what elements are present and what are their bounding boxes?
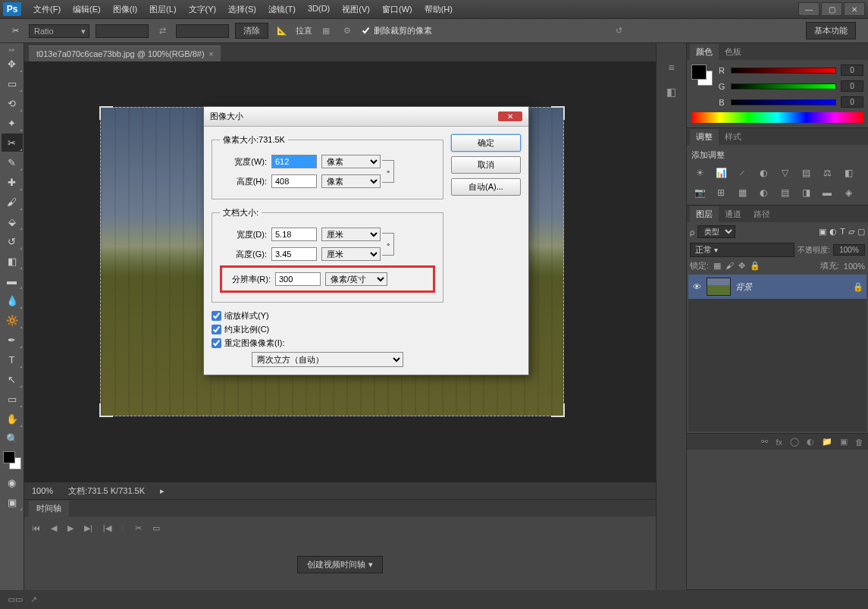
gear-icon[interactable]: ⚙ [340,24,355,39]
swatches-tab[interactable]: 色板 [719,44,747,60]
clear-button[interactable]: 清除 [235,23,268,39]
color-tab[interactable]: 颜色 [690,44,719,60]
adjustments-tab[interactable]: 调整 [690,129,719,145]
ratio-dropdown[interactable]: Ratio [29,24,89,38]
lock-pos-icon[interactable]: ✥ [738,261,745,271]
constrain-checkbox[interactable]: 约束比例(C) [212,324,443,335]
screen-mode[interactable]: ▣ [2,493,23,511]
px-height-input[interactable] [271,174,317,188]
menu-edit[interactable]: 编辑(E) [67,1,107,18]
crop-height-input[interactable] [176,24,229,38]
filter-shape-icon[interactable]: ▱ [848,227,854,237]
menu-window[interactable]: 窗口(W) [376,1,418,18]
fill-value[interactable]: 100% [844,262,865,271]
gradient-tool[interactable]: ▬ [2,272,23,290]
visibility-icon[interactable]: 👁 [691,282,702,291]
auto-button[interactable]: 自动(A)... [451,178,521,196]
close-button[interactable]: ✕ [844,2,865,16]
tab-close-icon[interactable]: × [209,50,214,58]
gradient-map-icon[interactable]: ▬ [819,185,835,200]
doc-link-icon[interactable]: ⚬ [382,233,394,256]
marquee-tool[interactable]: ▭ [2,74,23,93]
link-layers-icon[interactable]: ⚯ [761,437,768,447]
workspace-button[interactable]: 基本功能 [806,22,856,39]
lut-icon[interactable]: ▦ [734,185,750,200]
healing-tool[interactable]: ✚ [2,173,23,191]
brightness-icon[interactable]: ☀ [691,165,708,181]
lock-trans-icon[interactable]: ▦ [713,261,721,271]
tl-last-icon[interactable]: |◀ [103,523,111,533]
layer-name[interactable]: 背景 [735,281,752,293]
menu-filter[interactable]: 滤镜(T) [262,1,302,18]
eyedropper-tool[interactable]: ✎ [2,153,23,171]
px-link-icon[interactable]: ⚬ [382,160,394,183]
crop-width-input[interactable] [96,24,149,38]
levels-icon[interactable]: 📊 [713,165,729,181]
lock-all-icon[interactable]: 🔒 [750,261,760,271]
dialog-close-button[interactable]: ✕ [498,111,522,121]
properties-dock-icon[interactable]: ◧ [663,83,681,101]
crop-tool[interactable]: ✂ [2,133,23,152]
r-slider[interactable] [731,67,836,74]
menu-select[interactable]: 选择(S) [222,1,262,18]
resample-method-dropdown[interactable]: 两次立方（自动） [252,352,403,367]
path-tool[interactable]: ↖ [2,370,23,388]
delete-cropped-checkbox[interactable]: 删除裁剪的像素 [361,25,432,36]
document-tab[interactable]: t013e7a070c6cae73bb.jpg @ 100%(RGB/8#)× [29,46,221,61]
group-icon[interactable]: 📁 [822,437,832,447]
zoom-level[interactable]: 100% [32,486,53,495]
lock-pixel-icon[interactable]: 🖌 [725,261,734,271]
cancel-button[interactable]: 取消 [451,156,521,174]
exposure-icon[interactable]: ◐ [755,165,772,181]
layers-tab[interactable]: 图层 [690,206,719,222]
menu-3d[interactable]: 3D(D) [302,1,336,18]
paths-tab[interactable]: 路径 [747,206,776,222]
status-arrow[interactable]: ▸ [160,486,165,496]
brush-tool[interactable]: 🖌 [2,193,23,211]
filter-pixel-icon[interactable]: ▣ [819,227,826,237]
toolbox-collapse[interactable]: ▸▸ [0,46,24,54]
spectrum[interactable] [691,112,863,123]
b-value[interactable]: 0 [841,96,863,108]
history-brush-tool[interactable]: ↺ [2,232,23,250]
doc-height-unit[interactable]: 厘米 [321,247,381,261]
new-layer-icon[interactable]: ▣ [840,437,848,447]
crop-handle-br[interactable] [551,403,565,417]
invert-icon[interactable]: ◐ [755,185,772,200]
filter-smart-icon[interactable]: ▢ [857,227,865,237]
ok-button[interactable]: 确定 [451,134,521,152]
threshold-icon[interactable]: ◨ [797,185,814,200]
channels-tab[interactable]: 通道 [719,206,747,222]
menu-type[interactable]: 文字(Y) [183,1,223,18]
tl-prev-icon[interactable]: ◀ [51,523,57,533]
swap-icon[interactable]: ⇄ [155,24,170,39]
b-slider[interactable] [731,99,836,105]
curves-icon[interactable]: ⟋ [734,165,750,181]
quick-mask[interactable]: ◉ [2,473,23,491]
doc-width-input[interactable] [271,228,317,241]
resolution-unit[interactable]: 像素/英寸 [325,272,387,286]
filter-adjust-icon[interactable]: ◐ [829,227,837,237]
maximize-button[interactable]: ▢ [821,2,842,16]
hand-tool[interactable]: ✋ [2,410,23,428]
color-swatch[interactable] [3,451,21,469]
shape-tool[interactable]: ▭ [2,390,23,408]
resample-checkbox[interactable]: 重定图像像素(I): [212,337,443,349]
crop-handle-tr[interactable] [551,106,565,120]
menu-image[interactable]: 图像(I) [107,1,143,18]
px-width-input[interactable] [271,155,317,168]
bottom-arrow[interactable]: ↗ [30,595,37,604]
px-height-unit[interactable]: 像素 [321,174,381,188]
scale-styles-checkbox[interactable]: 缩放样式(Y) [212,310,443,322]
straighten-icon[interactable]: 📐 [274,24,290,39]
selective-icon[interactable]: ◈ [840,185,857,200]
history-dock-icon[interactable]: ≡ [663,58,681,77]
lasso-tool[interactable]: ⟲ [2,94,23,112]
minimize-button[interactable]: — [798,2,819,16]
resolution-input[interactable] [275,272,321,286]
tl-next-icon[interactable]: ▶| [84,523,92,533]
posterize-icon[interactable]: ▤ [776,185,793,200]
bw-icon[interactable]: ◧ [840,165,857,181]
photo-filter-icon[interactable]: 📷 [691,185,708,200]
menu-help[interactable]: 帮助(H) [418,1,459,18]
